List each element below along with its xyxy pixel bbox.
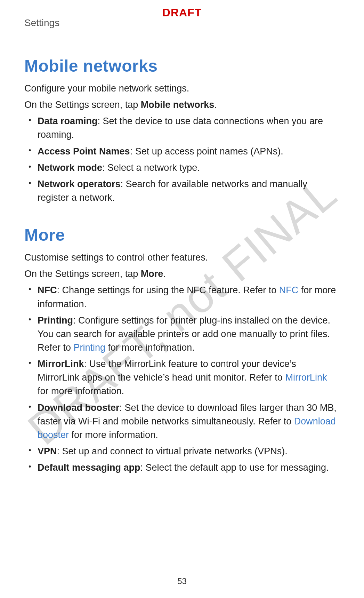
item-text-post: for more information. — [105, 342, 195, 353]
bullet-list-1: Data roaming: Set the device to use data… — [24, 114, 340, 205]
more-intro-2: On the Settings screen, tap More. — [24, 267, 340, 281]
intro2-post: . — [214, 99, 217, 110]
list-item: Default messaging app: Select the defaul… — [24, 461, 340, 475]
item-text: : Set up access point names (APNs). — [130, 146, 283, 157]
item-label: Network operators — [38, 179, 121, 189]
item-text: : Set up and connect to virtual private … — [57, 446, 288, 456]
heading-more: More — [24, 225, 340, 245]
link-mirrorlink[interactable]: MirrorLink — [285, 372, 327, 383]
heading-mobile-networks: Mobile networks — [24, 56, 340, 75]
item-label: Download booster — [38, 402, 120, 413]
list-item: Network mode: Select a network type. — [24, 161, 340, 175]
list-item: NFC: Change settings for using the NFC f… — [24, 284, 340, 311]
more-intro2-pre: On the Settings screen, tap — [24, 269, 141, 279]
more-intro2-bold: More — [141, 269, 163, 279]
item-label: MirrorLink — [38, 359, 84, 369]
item-label: NFC — [38, 285, 57, 295]
intro2-pre: On the Settings screen, tap — [24, 99, 141, 110]
item-text-post: for more information. — [38, 386, 124, 396]
list-item: MirrorLink: Use the MirrorLink feature t… — [24, 357, 340, 398]
draft-stamp-top: DRAFT — [162, 6, 202, 19]
item-text-post: for more information. — [69, 430, 158, 440]
link-printing[interactable]: Printing — [74, 342, 106, 353]
item-label: Default messaging app — [38, 462, 140, 473]
more-intro2-post: . — [163, 269, 166, 279]
item-text: : Select the default app to use for mess… — [140, 462, 329, 473]
link-nfc[interactable]: NFC — [279, 285, 299, 295]
bullet-list-2: NFC: Change settings for using the NFC f… — [24, 284, 340, 475]
list-item: Network operators: Search for available … — [24, 177, 340, 205]
list-item: Download booster: Set the device to down… — [24, 401, 340, 442]
intro2-bold: Mobile networks — [141, 99, 215, 110]
document-page: DRAFT Settings DRAFT, not FINAL Mobile n… — [0, 0, 364, 598]
item-text: : Select a network type. — [102, 162, 200, 173]
intro-line-1: Configure your mobile network settings. — [24, 82, 340, 95]
item-label: Access Point Names — [38, 146, 130, 157]
item-label: Printing — [38, 315, 73, 326]
page-number: 53 — [177, 576, 187, 586]
intro-line-2: On the Settings screen, tap Mobile netwo… — [24, 98, 340, 112]
list-item: VPN: Set up and connect to virtual priva… — [24, 445, 340, 458]
item-label: Network mode — [38, 162, 102, 173]
more-intro-1: Customise settings to control other feat… — [24, 251, 340, 264]
item-label: Data roaming — [38, 116, 98, 126]
list-item: Printing: Configure settings for printer… — [24, 314, 340, 354]
list-item: Data roaming: Set the device to use data… — [24, 114, 340, 142]
item-label: VPN — [38, 446, 57, 456]
item-text: : Change settings for using the NFC feat… — [57, 285, 279, 295]
list-item: Access Point Names: Set up access point … — [24, 145, 340, 158]
